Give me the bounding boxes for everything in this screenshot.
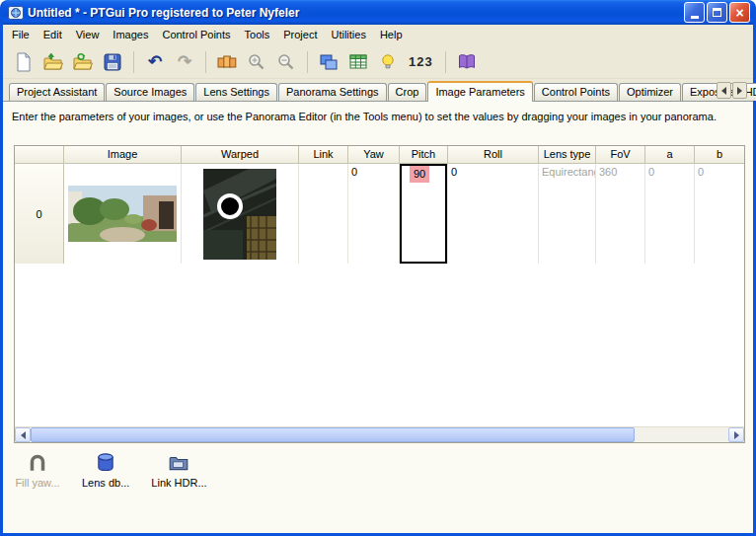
menu-view[interactable]: View <box>69 26 107 44</box>
open-folder-icon <box>43 52 63 72</box>
titlebar-buttons: × <box>684 2 750 23</box>
optimizer-button[interactable] <box>375 49 401 75</box>
col-header-a: a <box>645 146 695 164</box>
menu-tools[interactable]: Tools <box>238 26 277 44</box>
link-hdr-label: Link HDR... <box>151 477 206 489</box>
row-index-cell[interactable]: 0 <box>15 164 64 264</box>
help-button[interactable] <box>454 49 480 75</box>
lens-database-button[interactable]: Lens db... <box>78 449 133 492</box>
image-parameters-table: Image Warped Link Yaw Pitch Roll Lens ty… <box>14 145 745 443</box>
pitch-value-selected[interactable]: 90 <box>410 166 429 183</box>
source-image-cell[interactable] <box>64 164 182 264</box>
menu-file[interactable]: File <box>5 26 37 44</box>
scrollbar-thumb[interactable] <box>31 427 635 442</box>
tab-image-parameters[interactable]: Image Parameters <box>427 81 532 102</box>
col-header-yaw: Yaw <box>348 146 400 164</box>
b-cell[interactable]: 0 <box>695 164 744 264</box>
titlebar[interactable]: Untitled * - PTGui Pro registered to Pet… <box>3 0 753 25</box>
arrow-left-icon <box>721 87 726 95</box>
close-button[interactable]: × <box>729 2 750 23</box>
window-title: Untitled * - PTGui Pro registered to Pet… <box>28 6 684 20</box>
tabstrip: Project Assistant Source Images Lens Set… <box>3 79 753 101</box>
warped-image-cell[interactable] <box>182 164 299 264</box>
minimize-icon <box>691 16 699 19</box>
minimize-button[interactable] <box>684 2 705 23</box>
tab-optimizer[interactable]: Optimizer <box>619 83 681 101</box>
arrow-right-icon <box>734 431 739 439</box>
app-icon <box>8 5 24 21</box>
zoom-out-button[interactable] <box>273 49 299 75</box>
new-project-button[interactable] <box>11 49 37 75</box>
scroll-left-button[interactable] <box>15 427 31 442</box>
pitch-cell-editing[interactable]: 90 <box>400 164 448 264</box>
link-hdr-button[interactable]: Link HDR... <box>147 449 210 492</box>
zoom-out-icon <box>276 52 296 72</box>
scrollbar-track[interactable] <box>635 427 728 442</box>
open-template-button[interactable] <box>70 49 96 75</box>
toolbar-separator <box>307 51 308 73</box>
table-row: 0 <box>15 164 744 264</box>
lens-database-label: Lens db... <box>82 477 129 489</box>
source-image-thumbnail <box>68 186 177 242</box>
tab-panorama-settings[interactable]: Panorama Settings <box>278 83 387 101</box>
zoom-in-button[interactable] <box>244 49 269 75</box>
horizontal-scrollbar[interactable] <box>15 426 744 442</box>
menu-control-points[interactable]: Control Points <box>155 26 237 44</box>
menu-project[interactable]: Project <box>276 26 324 44</box>
menu-help[interactable]: Help <box>373 26 410 44</box>
numeric-transform-icon: 123 <box>405 54 437 69</box>
scroll-right-button[interactable] <box>728 427 744 442</box>
detail-table-button[interactable] <box>345 49 371 75</box>
roll-cell[interactable]: 0 <box>448 164 539 264</box>
tab-source-images[interactable]: Source Images <box>106 83 194 101</box>
col-header-b: b <box>695 146 744 164</box>
zoom-in-icon <box>247 52 266 72</box>
ptgui-window: Untitled * - PTGui Pro registered to Pet… <box>0 0 756 536</box>
new-document-icon <box>14 52 34 72</box>
tab-project-assistant[interactable]: Project Assistant <box>9 83 105 101</box>
window-client-area: File Edit View Images Control Points Too… <box>3 25 753 533</box>
lightbulb-icon <box>378 52 398 72</box>
toolbar-separator <box>205 51 206 73</box>
table-empty-area <box>15 264 744 426</box>
link-cell[interactable] <box>299 164 348 264</box>
col-header-rownum <box>15 146 64 164</box>
col-header-link: Link <box>299 146 348 164</box>
tab-crop[interactable]: Crop <box>388 83 427 101</box>
tab-control-points[interactable]: Control Points <box>534 83 618 101</box>
lens-type-cell[interactable]: Equirectangular <box>539 164 596 264</box>
numeric-transform-button[interactable]: 123 <box>405 49 437 75</box>
redo-button[interactable]: ↷ <box>172 49 197 75</box>
help-book-icon <box>457 52 477 72</box>
image-parameters-panel: Enter the parameters of your images, or … <box>3 101 753 533</box>
tab-scroll-right-button[interactable] <box>732 82 747 99</box>
menu-utilities[interactable]: Utilities <box>324 26 372 44</box>
table-icon <box>348 52 368 72</box>
tab-lens-settings[interactable]: Lens Settings <box>195 83 277 101</box>
col-header-lens-type: Lens type <box>539 146 596 164</box>
preview-windows-icon <box>319 52 339 72</box>
open-project-button[interactable] <box>40 49 66 75</box>
preview-panorama-button[interactable] <box>316 49 341 75</box>
toolbar-separator <box>133 51 134 73</box>
redo-icon: ↷ <box>178 52 191 72</box>
a-cell[interactable]: 0 <box>645 164 695 264</box>
arrow-left-icon <box>21 431 26 439</box>
link-hdr-icon <box>168 452 189 474</box>
col-header-pitch: Pitch <box>400 146 448 164</box>
yaw-cell[interactable]: 0 <box>348 164 400 264</box>
tab-scroll-left-button[interactable] <box>717 82 731 99</box>
warped-image-thumbnail <box>203 169 276 260</box>
save-project-button[interactable] <box>100 49 125 75</box>
maximize-button[interactable] <box>707 2 727 23</box>
menu-edit[interactable]: Edit <box>37 26 69 44</box>
info-text: Enter the parameters of your images, or … <box>3 102 753 122</box>
col-header-fov: FoV <box>596 146 645 164</box>
panorama-editor-button[interactable] <box>214 49 240 75</box>
fov-cell[interactable]: 360 <box>596 164 645 264</box>
undo-button[interactable]: ↶ <box>142 49 168 75</box>
menu-images[interactable]: Images <box>106 26 155 44</box>
col-header-warped: Warped <box>182 146 299 164</box>
lens-database-icon <box>95 452 116 474</box>
bottom-button-bar: Fill yaw... Lens db... Link HDR... <box>11 449 211 492</box>
